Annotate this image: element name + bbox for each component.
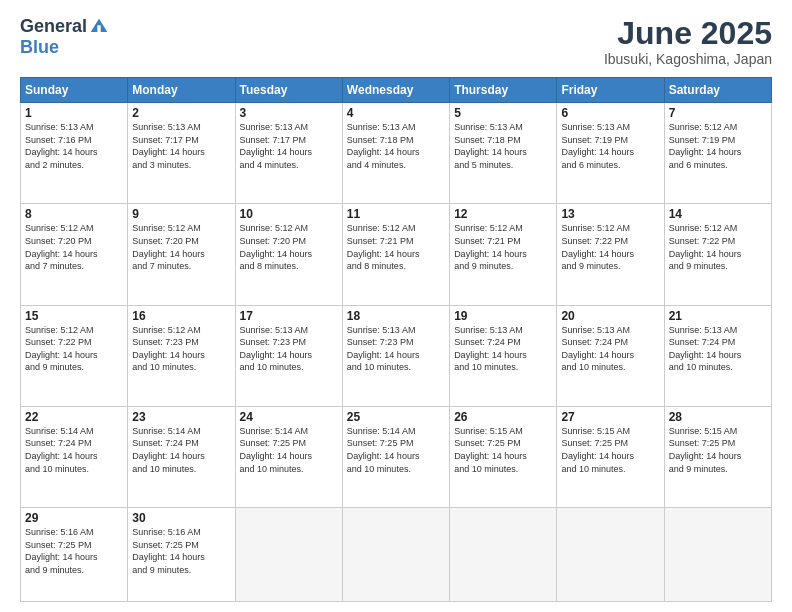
logo-text: General [20, 16, 109, 37]
day-info: Sunrise: 5:12 AM Sunset: 7:21 PM Dayligh… [454, 222, 552, 272]
day-number: 24 [240, 410, 338, 424]
day-info: Sunrise: 5:12 AM Sunset: 7:22 PM Dayligh… [25, 324, 123, 374]
table-row: 7Sunrise: 5:12 AM Sunset: 7:19 PM Daylig… [664, 103, 771, 204]
day-info: Sunrise: 5:14 AM Sunset: 7:25 PM Dayligh… [240, 425, 338, 475]
day-info: Sunrise: 5:13 AM Sunset: 7:16 PM Dayligh… [25, 121, 123, 171]
day-number: 3 [240, 106, 338, 120]
table-row [342, 508, 449, 602]
day-info: Sunrise: 5:13 AM Sunset: 7:24 PM Dayligh… [454, 324, 552, 374]
table-row: 13Sunrise: 5:12 AM Sunset: 7:22 PM Dayli… [557, 204, 664, 305]
day-number: 5 [454, 106, 552, 120]
logo-blue: Blue [20, 37, 59, 58]
day-number: 4 [347, 106, 445, 120]
table-row: 4Sunrise: 5:13 AM Sunset: 7:18 PM Daylig… [342, 103, 449, 204]
day-info: Sunrise: 5:12 AM Sunset: 7:20 PM Dayligh… [132, 222, 230, 272]
header-wednesday: Wednesday [342, 78, 449, 103]
day-info: Sunrise: 5:12 AM Sunset: 7:23 PM Dayligh… [132, 324, 230, 374]
day-info: Sunrise: 5:13 AM Sunset: 7:24 PM Dayligh… [669, 324, 767, 374]
day-number: 23 [132, 410, 230, 424]
day-info: Sunrise: 5:14 AM Sunset: 7:24 PM Dayligh… [132, 425, 230, 475]
table-row: 15Sunrise: 5:12 AM Sunset: 7:22 PM Dayli… [21, 305, 128, 406]
day-number: 25 [347, 410, 445, 424]
table-row: 28Sunrise: 5:15 AM Sunset: 7:25 PM Dayli… [664, 406, 771, 507]
day-number: 29 [25, 511, 123, 525]
table-row: 18Sunrise: 5:13 AM Sunset: 7:23 PM Dayli… [342, 305, 449, 406]
day-info: Sunrise: 5:13 AM Sunset: 7:24 PM Dayligh… [561, 324, 659, 374]
day-info: Sunrise: 5:16 AM Sunset: 7:25 PM Dayligh… [25, 526, 123, 576]
day-info: Sunrise: 5:13 AM Sunset: 7:18 PM Dayligh… [347, 121, 445, 171]
header-thursday: Thursday [450, 78, 557, 103]
table-row: 5Sunrise: 5:13 AM Sunset: 7:18 PM Daylig… [450, 103, 557, 204]
day-info: Sunrise: 5:12 AM Sunset: 7:20 PM Dayligh… [240, 222, 338, 272]
day-info: Sunrise: 5:12 AM Sunset: 7:22 PM Dayligh… [561, 222, 659, 272]
month-title: June 2025 [604, 16, 772, 51]
day-number: 2 [132, 106, 230, 120]
day-number: 28 [669, 410, 767, 424]
day-number: 30 [132, 511, 230, 525]
day-number: 13 [561, 207, 659, 221]
day-info: Sunrise: 5:14 AM Sunset: 7:24 PM Dayligh… [25, 425, 123, 475]
table-row: 23Sunrise: 5:14 AM Sunset: 7:24 PM Dayli… [128, 406, 235, 507]
header: General Blue June 2025 Ibusuki, Kagoshim… [20, 16, 772, 67]
day-number: 17 [240, 309, 338, 323]
table-row [235, 508, 342, 602]
svg-rect-1 [97, 25, 100, 32]
logo-icon [89, 17, 109, 37]
table-row: 11Sunrise: 5:12 AM Sunset: 7:21 PM Dayli… [342, 204, 449, 305]
table-row: 20Sunrise: 5:13 AM Sunset: 7:24 PM Dayli… [557, 305, 664, 406]
table-row: 17Sunrise: 5:13 AM Sunset: 7:23 PM Dayli… [235, 305, 342, 406]
day-number: 16 [132, 309, 230, 323]
day-info: Sunrise: 5:16 AM Sunset: 7:25 PM Dayligh… [132, 526, 230, 576]
day-number: 12 [454, 207, 552, 221]
day-info: Sunrise: 5:13 AM Sunset: 7:17 PM Dayligh… [240, 121, 338, 171]
logo-general: General [20, 16, 87, 37]
table-row [557, 508, 664, 602]
day-number: 6 [561, 106, 659, 120]
table-row: 27Sunrise: 5:15 AM Sunset: 7:25 PM Dayli… [557, 406, 664, 507]
day-info: Sunrise: 5:15 AM Sunset: 7:25 PM Dayligh… [454, 425, 552, 475]
logo: General Blue [20, 16, 109, 58]
day-info: Sunrise: 5:12 AM Sunset: 7:19 PM Dayligh… [669, 121, 767, 171]
day-number: 22 [25, 410, 123, 424]
day-info: Sunrise: 5:13 AM Sunset: 7:17 PM Dayligh… [132, 121, 230, 171]
table-row: 1Sunrise: 5:13 AM Sunset: 7:16 PM Daylig… [21, 103, 128, 204]
day-info: Sunrise: 5:12 AM Sunset: 7:22 PM Dayligh… [669, 222, 767, 272]
table-row: 12Sunrise: 5:12 AM Sunset: 7:21 PM Dayli… [450, 204, 557, 305]
day-number: 11 [347, 207, 445, 221]
table-row: 9Sunrise: 5:12 AM Sunset: 7:20 PM Daylig… [128, 204, 235, 305]
page: General Blue June 2025 Ibusuki, Kagoshim… [0, 0, 792, 612]
day-number: 10 [240, 207, 338, 221]
day-number: 8 [25, 207, 123, 221]
table-row: 19Sunrise: 5:13 AM Sunset: 7:24 PM Dayli… [450, 305, 557, 406]
table-row [450, 508, 557, 602]
day-number: 9 [132, 207, 230, 221]
table-row: 2Sunrise: 5:13 AM Sunset: 7:17 PM Daylig… [128, 103, 235, 204]
day-number: 20 [561, 309, 659, 323]
header-monday: Monday [128, 78, 235, 103]
header-tuesday: Tuesday [235, 78, 342, 103]
table-row: 24Sunrise: 5:14 AM Sunset: 7:25 PM Dayli… [235, 406, 342, 507]
table-row: 21Sunrise: 5:13 AM Sunset: 7:24 PM Dayli… [664, 305, 771, 406]
table-row: 25Sunrise: 5:14 AM Sunset: 7:25 PM Dayli… [342, 406, 449, 507]
day-number: 14 [669, 207, 767, 221]
title-area: June 2025 Ibusuki, Kagoshima, Japan [604, 16, 772, 67]
table-row: 3Sunrise: 5:13 AM Sunset: 7:17 PM Daylig… [235, 103, 342, 204]
calendar-header-row: Sunday Monday Tuesday Wednesday Thursday… [21, 78, 772, 103]
day-number: 27 [561, 410, 659, 424]
day-number: 21 [669, 309, 767, 323]
location-subtitle: Ibusuki, Kagoshima, Japan [604, 51, 772, 67]
header-sunday: Sunday [21, 78, 128, 103]
day-info: Sunrise: 5:13 AM Sunset: 7:19 PM Dayligh… [561, 121, 659, 171]
calendar-table: Sunday Monday Tuesday Wednesday Thursday… [20, 77, 772, 602]
header-friday: Friday [557, 78, 664, 103]
table-row: 8Sunrise: 5:12 AM Sunset: 7:20 PM Daylig… [21, 204, 128, 305]
day-info: Sunrise: 5:13 AM Sunset: 7:23 PM Dayligh… [240, 324, 338, 374]
day-info: Sunrise: 5:14 AM Sunset: 7:25 PM Dayligh… [347, 425, 445, 475]
table-row: 10Sunrise: 5:12 AM Sunset: 7:20 PM Dayli… [235, 204, 342, 305]
day-number: 26 [454, 410, 552, 424]
day-number: 15 [25, 309, 123, 323]
table-row [664, 508, 771, 602]
table-row: 26Sunrise: 5:15 AM Sunset: 7:25 PM Dayli… [450, 406, 557, 507]
table-row: 22Sunrise: 5:14 AM Sunset: 7:24 PM Dayli… [21, 406, 128, 507]
day-number: 18 [347, 309, 445, 323]
